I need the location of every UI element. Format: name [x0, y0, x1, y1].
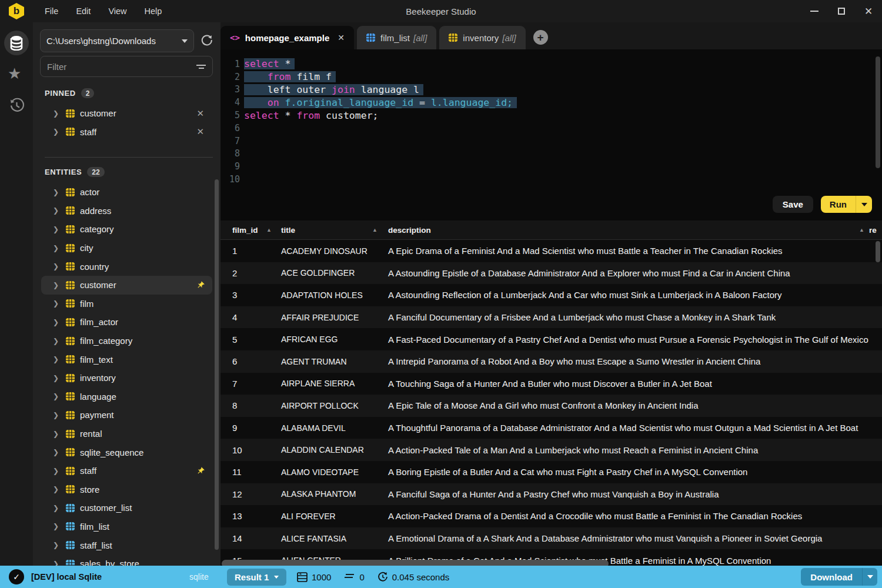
sort-asc-icon[interactable]: ▲ [372, 227, 377, 233]
entity-item-actor[interactable]: ❯ actor [41, 183, 212, 202]
pinned-indicator[interactable] [196, 466, 205, 475]
cell-title[interactable]: ALAMO VIDEOTAPE [276, 467, 382, 477]
cell-description[interactable]: A Fast-Paced Documentary of a Pastry Che… [382, 335, 869, 345]
menu-file[interactable]: File [38, 4, 65, 18]
cell-description[interactable]: A Fanciful Documentary of a Frisbee And … [382, 312, 869, 322]
result-row[interactable]: 6AGENT TRUMANA Intrepid Panorama of a Ro… [220, 350, 882, 373]
cell-title[interactable]: AGENT TRUMAN [276, 357, 382, 366]
cell-title[interactable]: ADAPTATION HOLES [276, 290, 382, 300]
editor-line-9[interactable]: 9 [220, 160, 882, 173]
cell-description[interactable]: A Boring Epistle of a Butler And a Cat w… [382, 467, 869, 477]
chevron-right-icon[interactable]: ❯ [53, 374, 66, 382]
result-row[interactable]: 5AFRICAN EGGA Fast-Paced Documentary of … [220, 328, 882, 350]
editor-line-7[interactable]: 7 [220, 135, 882, 148]
favorites-nav-button[interactable]: ★ [8, 65, 21, 83]
cell-description[interactable]: A Action-Packed Tale of a Man And a Lumb… [382, 445, 869, 455]
entity-item-payment[interactable]: ❯ payment [41, 406, 212, 425]
maximize-button[interactable] [828, 0, 855, 22]
cell-description[interactable]: A Astounding Reflection of a Lumberjack … [382, 290, 869, 300]
entity-item-country[interactable]: ❯ country [41, 257, 212, 276]
sql-editor[interactable]: 1select *2 from film f3 left outer join … [220, 49, 882, 196]
cell-film-id[interactable]: 2 [220, 268, 276, 278]
sort-asc-icon[interactable]: ▲ [859, 227, 864, 233]
column-header-title[interactable]: title▲ [276, 226, 382, 235]
chevron-right-icon[interactable]: ❯ [53, 355, 66, 363]
editor-line-3[interactable]: 3 left outer join language l [220, 83, 882, 96]
cell-film-id[interactable]: 11 [220, 467, 276, 477]
chevron-right-icon[interactable]: ❯ [53, 430, 66, 438]
result-row[interactable]: 7AIRPLANE SIERRAA Touching Saga of a Hun… [220, 373, 882, 395]
run-options-button[interactable] [856, 196, 872, 213]
unpin-close-button[interactable]: ✕ [196, 126, 204, 137]
results-scrollbar[interactable] [876, 241, 880, 262]
result-row[interactable]: 14ALICE FANTASIAA Emotional Drama of a A… [220, 527, 882, 550]
horizontal-scrollbar[interactable] [222, 560, 609, 566]
cell-film-id[interactable]: 14 [220, 533, 276, 543]
column-header-re[interactable]: re [869, 226, 882, 235]
menu-view[interactable]: View [102, 4, 133, 18]
close-tab-button[interactable]: ✕ [338, 33, 345, 42]
editor-scrollbar[interactable] [876, 56, 880, 168]
cell-film-id[interactable]: 6 [220, 356, 276, 366]
chevron-right-icon[interactable]: ❯ [53, 337, 66, 345]
cell-description[interactable]: A Touching Saga of a Hunter And a Butler… [382, 379, 869, 389]
cell-description[interactable]: A Fanciful Saga of a Hunter And a Pastry… [382, 489, 869, 499]
editor-line-1[interactable]: 1select * [220, 58, 882, 71]
result-selector-button[interactable]: Result 1 [227, 569, 286, 586]
pinned-item-staff[interactable]: ❯ staff✕ [41, 123, 212, 142]
result-row[interactable]: 10ALADDIN CALENDARA Action-Packed Tale o… [220, 439, 882, 461]
cell-film-id[interactable]: 1 [220, 246, 276, 256]
pinned-item-customer[interactable]: ❯ customer✕ [41, 104, 212, 123]
chevron-right-icon[interactable]: ❯ [53, 504, 66, 512]
cell-title[interactable]: ACE GOLDFINGER [276, 268, 382, 278]
cell-title[interactable]: ALICE FANTASIA [276, 534, 382, 543]
entity-item-film_list[interactable]: ❯ film_list [41, 517, 212, 536]
database-nav-button[interactable] [4, 31, 29, 55]
minimize-button[interactable] [801, 0, 828, 22]
entity-item-staff[interactable]: ❯ staff [41, 462, 212, 480]
cell-title[interactable]: AIRPLANE SIERRA [276, 379, 382, 388]
chevron-right-icon[interactable]: ❯ [53, 128, 66, 136]
editor-line-8[interactable]: 8 [220, 148, 882, 161]
entity-item-inventory[interactable]: ❯ inventory [41, 369, 212, 387]
cell-film-id[interactable]: 9 [220, 423, 276, 433]
entity-item-film_actor[interactable]: ❯ film_actor [41, 313, 212, 332]
entity-item-language[interactable]: ❯ language [41, 387, 212, 406]
cell-title[interactable]: AFFAIR PREJUDICE [276, 313, 382, 322]
cell-title[interactable]: ALI FOREVER [276, 512, 382, 521]
editor-line-4[interactable]: 4 on f.original_language_id = l.language… [220, 96, 882, 109]
entity-item-staff_list[interactable]: ❯ staff_list [41, 536, 212, 554]
tab-film_list[interactable]: film_list[all] [357, 26, 436, 49]
editor-line-2[interactable]: 2 from film f [220, 71, 882, 83]
cell-film-id[interactable]: 10 [220, 445, 276, 455]
chevron-right-icon[interactable]: ❯ [53, 485, 66, 493]
cell-description[interactable]: A Epic Tale of a Moose And a Girl who mu… [382, 400, 869, 410]
cell-film-id[interactable]: 12 [220, 489, 276, 499]
chevron-right-icon[interactable]: ❯ [53, 541, 66, 549]
cell-film-id[interactable]: 13 [220, 511, 276, 521]
editor-line-6[interactable]: 6 [220, 122, 882, 135]
entity-item-store[interactable]: ❯ store [41, 480, 212, 499]
cell-film-id[interactable]: 8 [220, 400, 276, 410]
filter-icon[interactable] [196, 65, 206, 69]
cell-description[interactable]: A Action-Packed Drama of a Dentist And a… [382, 511, 869, 521]
menu-help[interactable]: Help [138, 4, 169, 18]
entity-item-film_text[interactable]: ❯ film_text [41, 350, 212, 369]
editor-line-10[interactable]: 10 [220, 173, 882, 186]
run-button[interactable]: Run [821, 196, 856, 213]
cell-title[interactable]: AFRICAN EGG [276, 335, 382, 344]
result-row[interactable]: 1ACADEMY DINOSAURA Epic Drama of a Femin… [220, 240, 882, 262]
result-row[interactable]: 8AIRPORT POLLOCKA Epic Tale of a Moose A… [220, 395, 882, 417]
chevron-right-icon[interactable]: ❯ [53, 109, 66, 118]
cell-title[interactable]: AIRPORT POLLOCK [276, 401, 382, 410]
new-tab-button[interactable]: + [533, 30, 548, 45]
column-header-description[interactable]: description▲ [382, 226, 869, 235]
connection-selector[interactable]: C:\Users\ghstng\Downloads [40, 29, 194, 52]
column-header-film_id[interactable]: film_id▲ [220, 226, 276, 235]
pinned-indicator[interactable] [196, 280, 205, 289]
cell-title[interactable]: ALADDIN CALENDAR [276, 445, 382, 455]
result-row[interactable]: 11ALAMO VIDEOTAPEA Boring Epistle of a B… [220, 461, 882, 483]
menu-edit[interactable]: Edit [69, 4, 97, 18]
editor-line-5[interactable]: 5select * from customer; [220, 109, 882, 122]
entity-item-city[interactable]: ❯ city [41, 239, 212, 258]
